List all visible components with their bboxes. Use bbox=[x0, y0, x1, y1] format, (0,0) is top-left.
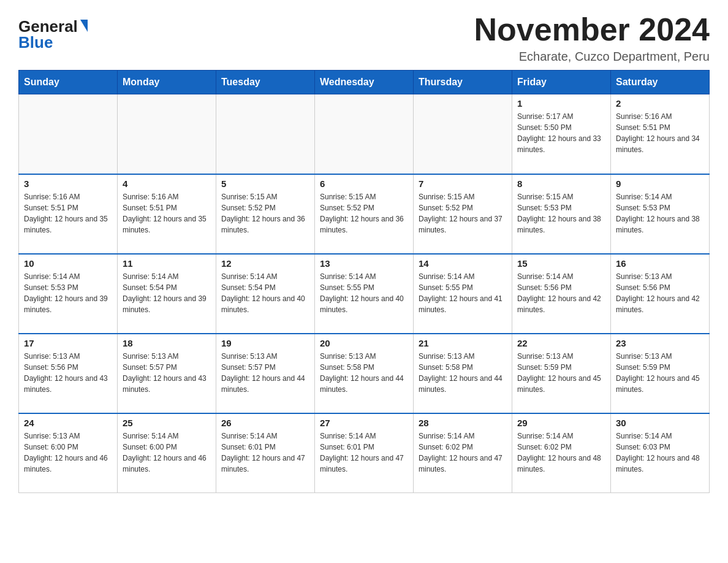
day-number: 24 bbox=[24, 418, 112, 428]
day-number: 23 bbox=[616, 338, 704, 348]
calendar-cell bbox=[118, 94, 216, 174]
calendar-cell: 22Sunrise: 5:13 AMSunset: 5:59 PMDayligh… bbox=[512, 334, 611, 413]
calendar-cell: 25Sunrise: 5:14 AMSunset: 6:00 PMDayligh… bbox=[118, 413, 216, 493]
day-number: 22 bbox=[517, 338, 605, 348]
day-info: Sunrise: 5:13 AMSunset: 5:57 PMDaylight:… bbox=[123, 351, 211, 395]
day-info: Sunrise: 5:14 AMSunset: 6:01 PMDaylight:… bbox=[221, 431, 309, 475]
day-number: 28 bbox=[419, 418, 507, 428]
day-of-week-header: Tuesday bbox=[216, 71, 315, 94]
day-number: 12 bbox=[221, 258, 309, 269]
calendar-week-row: 17Sunrise: 5:13 AMSunset: 5:56 PMDayligh… bbox=[19, 334, 710, 413]
day-number: 2 bbox=[616, 98, 704, 109]
calendar-cell: 5Sunrise: 5:15 AMSunset: 5:52 PMDaylight… bbox=[216, 174, 315, 254]
day-number: 27 bbox=[320, 418, 408, 428]
calendar-cell: 14Sunrise: 5:14 AMSunset: 5:55 PMDayligh… bbox=[414, 254, 512, 334]
day-info: Sunrise: 5:14 AMSunset: 6:03 PMDaylight:… bbox=[616, 431, 704, 475]
calendar-cell: 21Sunrise: 5:13 AMSunset: 5:58 PMDayligh… bbox=[414, 334, 512, 413]
day-number: 21 bbox=[419, 338, 507, 348]
calendar-cell: 8Sunrise: 5:15 AMSunset: 5:53 PMDaylight… bbox=[512, 174, 611, 254]
day-info: Sunrise: 5:14 AMSunset: 5:54 PMDaylight:… bbox=[123, 271, 211, 315]
calendar-cell: 28Sunrise: 5:14 AMSunset: 6:02 PMDayligh… bbox=[414, 413, 512, 493]
day-number: 14 bbox=[419, 258, 507, 269]
page-header: General Blue November 2024 Echarate, Cuz… bbox=[18, 12, 710, 64]
day-info: Sunrise: 5:17 AMSunset: 5:50 PMDaylight:… bbox=[517, 111, 605, 155]
day-number: 6 bbox=[320, 178, 408, 189]
calendar-cell: 15Sunrise: 5:14 AMSunset: 5:56 PMDayligh… bbox=[512, 254, 611, 334]
day-info: Sunrise: 5:16 AMSunset: 5:51 PMDaylight:… bbox=[616, 111, 704, 155]
day-number: 7 bbox=[419, 178, 507, 189]
day-info: Sunrise: 5:15 AMSunset: 5:53 PMDaylight:… bbox=[517, 191, 605, 236]
day-info: Sunrise: 5:14 AMSunset: 5:53 PMDaylight:… bbox=[616, 191, 704, 236]
day-info: Sunrise: 5:16 AMSunset: 5:51 PMDaylight:… bbox=[123, 191, 211, 236]
day-info: Sunrise: 5:14 AMSunset: 6:02 PMDaylight:… bbox=[517, 431, 605, 475]
calendar-cell bbox=[414, 94, 512, 174]
day-of-week-header: Friday bbox=[512, 71, 611, 94]
day-of-week-header: Wednesday bbox=[315, 71, 414, 94]
calendar-cell: 17Sunrise: 5:13 AMSunset: 5:56 PMDayligh… bbox=[19, 334, 118, 413]
day-info: Sunrise: 5:15 AMSunset: 5:52 PMDaylight:… bbox=[419, 191, 507, 236]
calendar-cell: 19Sunrise: 5:13 AMSunset: 5:57 PMDayligh… bbox=[216, 334, 315, 413]
calendar-cell: 2Sunrise: 5:16 AMSunset: 5:51 PMDaylight… bbox=[611, 94, 710, 174]
day-number: 26 bbox=[221, 418, 309, 428]
day-info: Sunrise: 5:14 AMSunset: 5:54 PMDaylight:… bbox=[221, 271, 309, 315]
calendar-table: SundayMondayTuesdayWednesdayThursdayFrid… bbox=[18, 70, 710, 493]
day-number: 18 bbox=[123, 338, 211, 348]
calendar-cell: 30Sunrise: 5:14 AMSunset: 6:03 PMDayligh… bbox=[611, 413, 710, 493]
day-number: 4 bbox=[123, 178, 211, 189]
calendar-cell: 23Sunrise: 5:13 AMSunset: 5:59 PMDayligh… bbox=[611, 334, 710, 413]
day-of-week-header: Monday bbox=[118, 71, 216, 94]
day-info: Sunrise: 5:14 AMSunset: 6:01 PMDaylight:… bbox=[320, 431, 408, 475]
calendar-cell: 1Sunrise: 5:17 AMSunset: 5:50 PMDaylight… bbox=[512, 94, 611, 174]
calendar-cell: 12Sunrise: 5:14 AMSunset: 5:54 PMDayligh… bbox=[216, 254, 315, 334]
calendar-cell: 29Sunrise: 5:14 AMSunset: 6:02 PMDayligh… bbox=[512, 413, 611, 493]
day-number: 20 bbox=[320, 338, 408, 348]
day-info: Sunrise: 5:14 AMSunset: 5:56 PMDaylight:… bbox=[517, 271, 605, 315]
calendar-cell bbox=[19, 94, 118, 174]
day-info: Sunrise: 5:15 AMSunset: 5:52 PMDaylight:… bbox=[320, 191, 408, 236]
day-info: Sunrise: 5:13 AMSunset: 5:59 PMDaylight:… bbox=[517, 351, 605, 395]
day-number: 29 bbox=[517, 418, 605, 428]
calendar-cell: 18Sunrise: 5:13 AMSunset: 5:57 PMDayligh… bbox=[118, 334, 216, 413]
day-number: 10 bbox=[24, 258, 112, 269]
day-number: 9 bbox=[616, 178, 704, 189]
day-number: 5 bbox=[221, 178, 309, 189]
day-of-week-header: Thursday bbox=[414, 71, 512, 94]
calendar-cell: 16Sunrise: 5:13 AMSunset: 5:56 PMDayligh… bbox=[611, 254, 710, 334]
calendar-cell: 9Sunrise: 5:14 AMSunset: 5:53 PMDaylight… bbox=[611, 174, 710, 254]
month-title: November 2024 bbox=[474, 12, 710, 47]
calendar-cell: 13Sunrise: 5:14 AMSunset: 5:55 PMDayligh… bbox=[315, 254, 414, 334]
day-number: 1 bbox=[517, 98, 605, 109]
day-info: Sunrise: 5:14 AMSunset: 5:53 PMDaylight:… bbox=[24, 271, 112, 315]
calendar-header-row: SundayMondayTuesdayWednesdayThursdayFrid… bbox=[19, 71, 710, 94]
day-info: Sunrise: 5:16 AMSunset: 5:51 PMDaylight:… bbox=[24, 191, 112, 236]
calendar-week-row: 10Sunrise: 5:14 AMSunset: 5:53 PMDayligh… bbox=[19, 254, 710, 334]
day-info: Sunrise: 5:13 AMSunset: 5:57 PMDaylight:… bbox=[221, 351, 309, 395]
calendar-cell: 6Sunrise: 5:15 AMSunset: 5:52 PMDaylight… bbox=[315, 174, 414, 254]
day-of-week-header: Saturday bbox=[611, 71, 710, 94]
day-info: Sunrise: 5:14 AMSunset: 5:55 PMDaylight:… bbox=[419, 271, 507, 315]
day-info: Sunrise: 5:13 AMSunset: 5:56 PMDaylight:… bbox=[24, 351, 112, 395]
location-text: Echarate, Cuzco Department, Peru bbox=[474, 50, 710, 64]
calendar-cell: 11Sunrise: 5:14 AMSunset: 5:54 PMDayligh… bbox=[118, 254, 216, 334]
logo-blue-text: Blue bbox=[18, 34, 53, 50]
day-info: Sunrise: 5:14 AMSunset: 6:00 PMDaylight:… bbox=[123, 431, 211, 475]
calendar-cell: 20Sunrise: 5:13 AMSunset: 5:58 PMDayligh… bbox=[315, 334, 414, 413]
calendar-cell: 4Sunrise: 5:16 AMSunset: 5:51 PMDaylight… bbox=[118, 174, 216, 254]
calendar-cell: 24Sunrise: 5:13 AMSunset: 6:00 PMDayligh… bbox=[19, 413, 118, 493]
day-number: 19 bbox=[221, 338, 309, 348]
calendar-cell: 10Sunrise: 5:14 AMSunset: 5:53 PMDayligh… bbox=[19, 254, 118, 334]
day-number: 13 bbox=[320, 258, 408, 269]
day-of-week-header: Sunday bbox=[19, 71, 118, 94]
day-number: 17 bbox=[24, 338, 112, 348]
day-info: Sunrise: 5:13 AMSunset: 5:59 PMDaylight:… bbox=[616, 351, 704, 395]
logo-general-text: General bbox=[18, 18, 78, 34]
logo: General Blue bbox=[18, 18, 88, 50]
day-number: 8 bbox=[517, 178, 605, 189]
day-number: 15 bbox=[517, 258, 605, 269]
calendar-week-row: 3Sunrise: 5:16 AMSunset: 5:51 PMDaylight… bbox=[19, 174, 710, 254]
day-info: Sunrise: 5:15 AMSunset: 5:52 PMDaylight:… bbox=[221, 191, 309, 236]
day-number: 11 bbox=[123, 258, 211, 269]
day-info: Sunrise: 5:14 AMSunset: 6:02 PMDaylight:… bbox=[419, 431, 507, 475]
calendar-cell: 3Sunrise: 5:16 AMSunset: 5:51 PMDaylight… bbox=[19, 174, 118, 254]
calendar-cell bbox=[216, 94, 315, 174]
